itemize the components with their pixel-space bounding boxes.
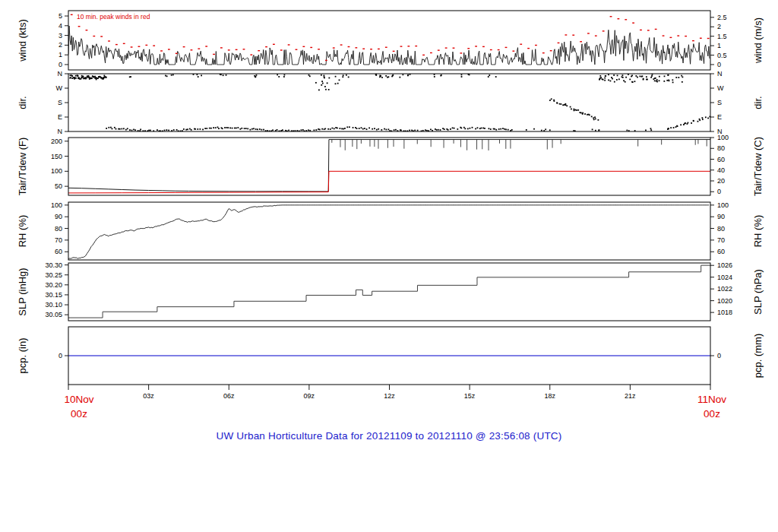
dir-dot bbox=[277, 129, 278, 131]
dir-dot bbox=[241, 128, 242, 129]
rh-right-tick-label: 80 bbox=[717, 225, 725, 233]
wind-peak-dot bbox=[370, 49, 372, 49]
dir-dot bbox=[282, 129, 283, 131]
wind-peak-dot bbox=[378, 49, 380, 49]
wind-peak-dot bbox=[453, 48, 455, 49]
dir-dot bbox=[166, 129, 167, 131]
dir-dot bbox=[133, 129, 134, 131]
dir-dot bbox=[129, 76, 131, 78]
wind-peak-dot bbox=[565, 34, 567, 35]
wind-peak-dot bbox=[348, 46, 350, 47]
dir-dot bbox=[643, 79, 644, 81]
wind-peak-dot bbox=[700, 38, 702, 39]
dir-dot bbox=[185, 129, 187, 131]
wind-peak-dot bbox=[595, 35, 597, 36]
wind-peak-dot bbox=[296, 49, 298, 50]
dir-dot bbox=[678, 77, 679, 78]
dir-dot bbox=[454, 128, 455, 129]
dir-dot bbox=[663, 81, 665, 82]
x-axis: 03z06z09z12z15z18z21z10Nov00z11Nov00z bbox=[64, 385, 726, 420]
dir-dot bbox=[622, 74, 624, 76]
dir-dot bbox=[685, 122, 686, 124]
dir-dot bbox=[157, 129, 158, 131]
dir-dot bbox=[584, 113, 586, 115]
dir-dot bbox=[191, 129, 192, 131]
dir-dot bbox=[682, 81, 683, 83]
dir-dot bbox=[131, 130, 133, 131]
dir-dot bbox=[71, 75, 73, 77]
wind-peak-dot bbox=[168, 49, 170, 49]
wind-peak-dot bbox=[340, 44, 343, 45]
wind-peak-dot bbox=[535, 45, 537, 46]
dir-dot bbox=[261, 129, 262, 131]
wind-peak-dot bbox=[393, 51, 395, 52]
dir-dot bbox=[646, 79, 647, 81]
dir-dot bbox=[108, 127, 109, 128]
wind-peak-dot bbox=[93, 36, 95, 36]
dir-dot bbox=[461, 76, 463, 78]
dir-dot bbox=[201, 74, 202, 76]
dir-dot bbox=[355, 127, 356, 128]
dir-dot bbox=[215, 127, 217, 128]
wind-peak-dot bbox=[288, 44, 290, 45]
x-axis-tick-label: 12z bbox=[384, 392, 395, 400]
dir-dot bbox=[631, 76, 632, 78]
dir-dot bbox=[331, 128, 333, 129]
dir-dot bbox=[391, 76, 393, 78]
dir-dot bbox=[631, 81, 633, 83]
dir-dot bbox=[226, 127, 228, 128]
dir-dot bbox=[285, 130, 286, 131]
dir-dot bbox=[218, 128, 220, 129]
slp-step-line bbox=[68, 265, 710, 318]
dir-dot bbox=[597, 119, 599, 121]
wind-peak-dot bbox=[228, 49, 230, 50]
rh-right-tick-label: 70 bbox=[717, 236, 725, 244]
wind-peak-dot bbox=[512, 51, 514, 52]
dir-dot bbox=[576, 109, 577, 111]
dir-dot bbox=[634, 81, 636, 82]
pcp-right-tick-label: 0 bbox=[717, 352, 721, 359]
dir-dot bbox=[263, 129, 264, 131]
dir-dot bbox=[574, 109, 576, 111]
wind-right-axis-label: wind (m/s) bbox=[752, 17, 764, 64]
dir-dot bbox=[376, 129, 378, 131]
dir-dot bbox=[637, 77, 638, 78]
temp-right-tick-label: 100 bbox=[717, 134, 729, 141]
wind-right-tick-label: 0.5 bbox=[717, 52, 727, 59]
dir-dot bbox=[600, 77, 602, 78]
dir-dot bbox=[666, 80, 668, 81]
dir-dot bbox=[594, 116, 596, 118]
temp-right-tick-label: 60 bbox=[717, 156, 725, 163]
dir-dot bbox=[511, 129, 513, 131]
wind-peak-dot bbox=[355, 47, 357, 48]
dir-dot bbox=[414, 130, 416, 131]
dir-dot bbox=[444, 128, 445, 130]
dir-dot bbox=[635, 75, 637, 77]
wind-peak-dot bbox=[415, 46, 417, 46]
dir-dot bbox=[244, 128, 245, 129]
dir-dot bbox=[328, 78, 330, 79]
dir-dot bbox=[171, 74, 172, 76]
rh-left-tick-label: 100 bbox=[51, 201, 62, 209]
dir-dot bbox=[315, 129, 317, 131]
dir-dot bbox=[602, 79, 604, 81]
dir-dot bbox=[452, 127, 454, 128]
dir-dot bbox=[375, 74, 377, 76]
wind-left-tick-label: 0 bbox=[59, 61, 62, 68]
wind-peak-dot bbox=[220, 47, 223, 48]
dir-dot bbox=[234, 128, 236, 129]
wind-peak-dot bbox=[460, 52, 462, 53]
dir-dot bbox=[378, 128, 379, 130]
wind-peak-dot bbox=[602, 30, 605, 31]
wind-peak-dot bbox=[236, 49, 238, 50]
wind-peak-dot bbox=[580, 41, 582, 42]
dir-dot bbox=[651, 75, 653, 77]
dir-dot bbox=[622, 77, 624, 78]
dir-dot bbox=[349, 126, 350, 128]
dir-dot bbox=[112, 128, 113, 130]
dir-dot bbox=[626, 130, 628, 131]
dir-dot bbox=[604, 80, 606, 81]
dir-dot bbox=[504, 128, 505, 130]
wind-direction-dots bbox=[69, 74, 711, 132]
dir-dot bbox=[435, 128, 436, 130]
